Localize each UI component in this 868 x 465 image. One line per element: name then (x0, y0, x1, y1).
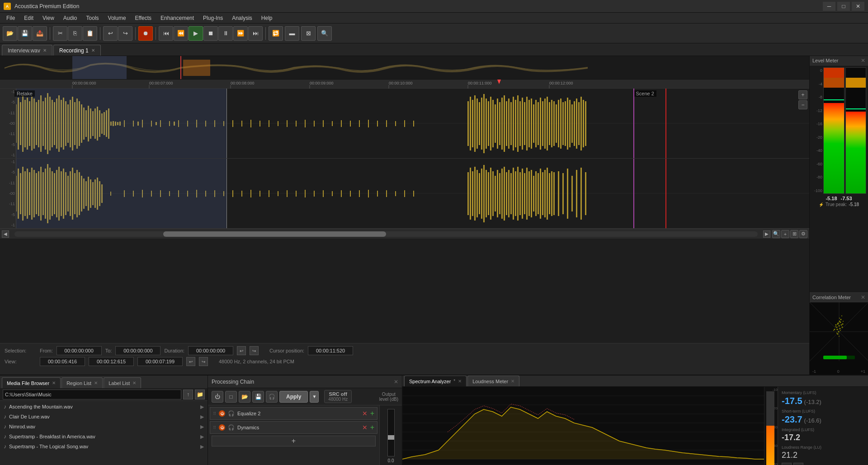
tab-region-close[interactable]: ✕ (94, 380, 98, 385)
menu-volume[interactable]: Volume (104, 14, 131, 22)
close-button[interactable]: ✕ (852, 2, 864, 11)
chain-save-button[interactable]: 💾 (252, 391, 264, 403)
tab-spectrum-analyzer[interactable]: Spectrum Analyzer * ✕ (404, 376, 467, 386)
go-start-button[interactable]: ⏮ (159, 26, 173, 41)
play-button[interactable]: ▶ (189, 26, 203, 41)
selection-redo[interactable]: ↪ (250, 346, 259, 355)
chain-open-button[interactable]: 📂 (239, 391, 250, 403)
go-end-button[interactable]: ⏭ (248, 26, 263, 41)
snap-button[interactable]: ⊠ (301, 26, 316, 41)
scrollbar-thumb[interactable] (163, 231, 386, 237)
menu-file[interactable]: File (2, 14, 19, 22)
rewind-button[interactable]: ⏪ (174, 26, 188, 41)
menu-analysis[interactable]: Analysis (227, 14, 257, 22)
menu-enhancement[interactable]: Enhancement (156, 14, 198, 22)
view-redo[interactable]: ↪ (199, 357, 208, 366)
scroll-right-button[interactable]: ▶ (763, 230, 770, 238)
view-to-input[interactable] (89, 357, 134, 366)
chain-power-button[interactable]: ⏻ (212, 391, 223, 403)
effect-1-power[interactable]: ⏻ (219, 410, 225, 417)
chain-effect-2[interactable]: ⠿ ⏻ 🎧 Dynamics ✕ + (210, 421, 377, 434)
effect-1-remove[interactable]: ✕ (362, 410, 368, 417)
menu-effects[interactable]: Effects (131, 14, 156, 22)
level-meter-close[interactable]: ✕ (861, 57, 865, 64)
apply-dropdown-button[interactable]: ▼ (310, 391, 319, 403)
pause-button[interactable]: ⏸ (218, 26, 233, 41)
tab-label-list[interactable]: Label List ✕ (104, 377, 141, 388)
fader-handle[interactable] (388, 435, 394, 440)
menu-view[interactable]: View (38, 14, 59, 22)
loudness-pause-button[interactable]: ⏸ (793, 463, 803, 465)
selection-undo[interactable]: ↩ (237, 346, 246, 355)
menu-plugins[interactable]: Plug-Ins (198, 14, 227, 22)
loudness-reset-button[interactable]: □ (782, 463, 792, 465)
to-input[interactable] (115, 346, 160, 355)
list-item[interactable]: ♪ Clair De Lune.wav ▶ (0, 412, 208, 422)
tab-recording-close[interactable]: ✕ (91, 48, 95, 53)
tab-recording[interactable]: Recording 1 ✕ (53, 45, 101, 56)
tab-loudness-meter[interactable]: Loudness Meter ✕ (467, 376, 519, 386)
menu-audio[interactable]: Audio (59, 14, 82, 22)
output-fader[interactable] (387, 409, 395, 456)
horizontal-scrollbar[interactable] (14, 231, 758, 237)
stop-button[interactable]: ⏹ (203, 26, 218, 41)
file-play-1[interactable]: ▶ (200, 404, 204, 410)
list-item[interactable]: ♪ Supertramp - The Logical Song.wav ▶ (0, 442, 208, 451)
effect-1-add[interactable]: + (370, 409, 374, 418)
chain-new-button[interactable]: □ (225, 391, 237, 403)
open-button[interactable]: 📂 (3, 26, 17, 41)
minimize-button[interactable]: ─ (823, 2, 835, 11)
track-2-content[interactable] (11, 159, 809, 228)
effect-2-remove[interactable]: ✕ (362, 424, 368, 431)
save-button[interactable]: 💾 (18, 26, 32, 41)
zoom-out-button[interactable]: − (798, 100, 807, 109)
zoom-in-button[interactable]: + (798, 90, 807, 99)
overview-bar[interactable] (0, 56, 809, 80)
add-effect-button[interactable]: + (212, 436, 376, 446)
tab-region-list[interactable]: Region List ✕ (61, 377, 103, 388)
chain-monitor-button[interactable]: 🎧 (266, 391, 278, 403)
maximize-button[interactable]: □ (837, 2, 850, 11)
effect-2-monitor[interactable]: 🎧 (228, 424, 235, 431)
view-from-input[interactable] (40, 357, 85, 366)
h-zoom-fit[interactable]: ⊞ (790, 230, 798, 238)
tab-media-browser[interactable]: Media File Browser ✕ (2, 377, 61, 388)
scroll-left-button[interactable]: ◀ (2, 230, 9, 238)
duration-input[interactable] (188, 346, 233, 355)
menu-help[interactable]: Help (257, 14, 277, 22)
export-button[interactable]: 📤 (33, 26, 47, 41)
path-folder-button[interactable]: 📁 (195, 390, 205, 399)
menu-edit[interactable]: Edit (19, 14, 38, 22)
file-play-5[interactable]: ▶ (200, 444, 204, 450)
menu-tools[interactable]: Tools (82, 14, 104, 22)
search-button[interactable]: 🔍 (317, 26, 332, 41)
record-button[interactable]: ⏺ (138, 26, 153, 41)
view-duration-input[interactable] (137, 357, 183, 366)
path-input[interactable] (3, 390, 181, 399)
settings-zoom[interactable]: ⚙ (799, 230, 807, 238)
track-1-content[interactable]: Retake Scene 2 (11, 89, 809, 158)
tab-media-close[interactable]: ✕ (52, 380, 56, 385)
from-input[interactable] (57, 346, 102, 355)
effect-1-monitor[interactable]: 🎧 (228, 410, 235, 417)
effect-2-power[interactable]: ⏻ (219, 424, 225, 431)
tab-interview-close[interactable]: ✕ (43, 48, 47, 53)
waveform-button[interactable]: ▬ (285, 26, 299, 41)
effect-2-add[interactable]: + (370, 423, 374, 432)
list-item[interactable]: ♪ Supertramp - Breakfast in America.wav … (0, 432, 208, 442)
apply-button[interactable]: Apply (279, 391, 308, 403)
cursor-input[interactable] (308, 346, 353, 355)
chain-effect-1[interactable]: ⠿ ⏻ 🎧 Equalize 2 ✕ + (210, 407, 377, 420)
path-up-button[interactable]: ↑ (183, 390, 193, 399)
tab-label-close[interactable]: ✕ (132, 380, 136, 385)
cut-button[interactable]: ✂ (53, 26, 67, 41)
view-undo[interactable]: ↩ (186, 357, 195, 366)
undo-button[interactable]: ↩ (103, 26, 118, 41)
list-item[interactable]: ♪ Ascending the Mountain.wav ▶ (0, 402, 208, 412)
redo-button[interactable]: ↪ (118, 26, 132, 41)
tab-interview[interactable]: Interview.wav ✕ (2, 45, 52, 56)
file-play-4[interactable]: ▶ (200, 434, 204, 440)
fast-forward-button[interactable]: ⏩ (233, 26, 248, 41)
correlation-meter-close[interactable]: ✕ (861, 294, 865, 301)
spectrum-tab-close[interactable]: ✕ (458, 379, 462, 384)
